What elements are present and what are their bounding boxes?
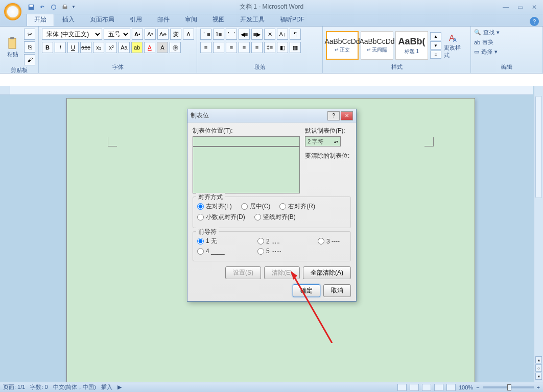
char-shading-button[interactable]: A xyxy=(157,42,168,53)
full-screen-view-icon[interactable] xyxy=(410,384,419,391)
align-right-icon[interactable]: ≡ xyxy=(226,42,237,53)
multilevel-icon[interactable]: ⋮⋮ xyxy=(226,29,237,40)
superscript-button[interactable]: x² xyxy=(106,42,117,53)
bold-button[interactable]: B xyxy=(42,42,53,53)
web-layout-view-icon[interactable] xyxy=(422,384,431,391)
change-case-button[interactable]: Aa xyxy=(119,42,130,53)
default-tab-spinner[interactable]: 2 字符▴▾ xyxy=(305,136,341,146)
replace-button[interactable]: ab替换 xyxy=(474,38,493,46)
asian-layout-icon[interactable]: ✕ xyxy=(264,29,275,40)
tab-references[interactable]: 引用 xyxy=(123,13,149,26)
outline-view-icon[interactable] xyxy=(434,384,443,391)
zoom-level[interactable]: 100% xyxy=(459,384,473,390)
format-painter-icon[interactable]: 🖌 xyxy=(24,54,35,65)
dialog-titlebar[interactable]: 制表位 ? ✕ xyxy=(187,109,356,122)
tab-foxit-pdf[interactable]: 福昕PDF xyxy=(273,13,312,26)
char-border-icon[interactable]: A xyxy=(183,29,194,40)
zoom-slider[interactable] xyxy=(483,386,534,388)
select-button[interactable]: ▭选择 ▾ xyxy=(474,48,498,56)
vertical-scrollbar[interactable]: ▴ ○ ▾ xyxy=(534,86,543,382)
ok-button[interactable]: 确定 xyxy=(293,284,320,297)
status-language[interactable]: 中文(简体，中国) xyxy=(53,383,96,391)
styles-more-icon[interactable]: ≡ xyxy=(430,51,441,59)
strike-button[interactable]: abc xyxy=(80,42,91,53)
dialog-help-icon[interactable]: ? xyxy=(327,111,340,120)
tab-developer[interactable]: 开发工具 xyxy=(233,13,272,26)
align-left-icon[interactable]: ≡ xyxy=(200,42,211,53)
tab-position-input[interactable] xyxy=(193,136,300,146)
scrollbar-thumb[interactable] xyxy=(535,96,542,198)
style-heading-1[interactable]: AaBb( 标题 1 xyxy=(395,31,428,60)
grow-font-icon[interactable]: A▴ xyxy=(132,29,143,40)
underline-button[interactable]: U xyxy=(67,42,79,53)
increase-indent-icon[interactable]: ≡▶ xyxy=(251,29,263,40)
zoom-in-icon[interactable]: + xyxy=(537,384,540,390)
font-name-combo[interactable]: 宋体 (中文正文) xyxy=(42,29,102,40)
font-size-combo[interactable]: 五号 xyxy=(104,29,130,40)
phonetic-icon[interactable]: 変 xyxy=(170,29,181,40)
minimize-button[interactable]: — xyxy=(500,3,511,12)
style-no-spacing[interactable]: AaBbCcDd ↵ 无间隔 xyxy=(361,31,393,60)
show-marks-icon[interactable]: ¶ xyxy=(290,29,301,40)
close-button[interactable]: ✕ xyxy=(529,3,540,12)
align-decimal-radio[interactable]: 小数点对齐(D) xyxy=(197,213,245,222)
save-icon[interactable] xyxy=(27,3,36,12)
numbering-icon[interactable]: 1≡ xyxy=(213,29,224,40)
draft-view-icon[interactable] xyxy=(446,384,456,391)
leader-2-radio[interactable]: 2 ..... xyxy=(257,238,309,245)
status-words[interactable]: 字数: 0 xyxy=(30,383,48,391)
tab-view[interactable]: 视图 xyxy=(205,13,232,26)
next-page-icon[interactable]: ▾ xyxy=(535,373,542,380)
decrease-indent-icon[interactable]: ◀≡ xyxy=(239,29,250,40)
align-bar-radio[interactable]: 竖线对齐(B) xyxy=(254,213,296,222)
distributed-icon[interactable]: ≡ xyxy=(251,42,263,53)
subscript-button[interactable]: x₂ xyxy=(93,42,104,53)
cut-icon[interactable]: ✂ xyxy=(24,29,35,40)
paste-button[interactable]: 粘贴 xyxy=(3,32,22,62)
italic-button[interactable]: I xyxy=(55,42,66,53)
qat-dropdown-icon[interactable]: ▼ xyxy=(72,5,76,9)
office-button[interactable] xyxy=(3,2,22,21)
set-button[interactable]: 设置(S) xyxy=(225,266,261,279)
zoom-out-icon[interactable]: − xyxy=(476,384,479,390)
line-spacing-icon[interactable]: ‡≡ xyxy=(264,42,275,53)
help-icon[interactable]: ? xyxy=(530,17,539,26)
browse-object-icon[interactable]: ○ xyxy=(535,364,542,372)
status-page[interactable]: 页面: 1/1 xyxy=(3,383,25,391)
leader-1-radio[interactable]: 1 无 xyxy=(197,237,248,246)
prev-page-icon[interactable]: ▴ xyxy=(535,356,542,363)
find-button[interactable]: 🔍查找 ▾ xyxy=(474,29,500,36)
cancel-button[interactable]: 取消 xyxy=(323,284,351,297)
tab-insert[interactable]: 插入 xyxy=(55,13,82,26)
tab-mailings[interactable]: 邮件 xyxy=(150,13,177,26)
tab-home[interactable]: 开始 xyxy=(27,13,54,26)
bullets-icon[interactable]: ⋮≡ xyxy=(200,29,211,40)
font-color-button[interactable]: A xyxy=(144,42,155,53)
leader-5-radio[interactable]: 5 ······ xyxy=(257,248,281,255)
enclose-char-button[interactable]: ㊥ xyxy=(170,42,181,53)
borders-icon[interactable]: ▦ xyxy=(290,42,301,53)
tab-page-layout[interactable]: 页面布局 xyxy=(83,13,122,26)
shading-icon[interactable]: ◧ xyxy=(277,42,288,53)
justify-icon[interactable]: ≡ xyxy=(239,42,250,53)
dialog-close-icon[interactable]: ✕ xyxy=(341,111,353,120)
align-left-radio[interactable]: 左对齐(L) xyxy=(197,202,232,211)
leader-4-radio[interactable]: 4 ____ xyxy=(197,248,248,255)
align-center-radio[interactable]: 居中(C) xyxy=(241,202,271,211)
align-right-radio[interactable]: 右对齐(R) xyxy=(279,202,315,211)
clear-button[interactable]: 清除(E) xyxy=(264,266,300,279)
clear-format-icon[interactable]: A℮ xyxy=(157,29,169,40)
tab-review[interactable]: 审阅 xyxy=(178,13,204,26)
status-mode[interactable]: 插入 xyxy=(101,383,112,391)
highlight-button[interactable]: ab xyxy=(131,42,143,53)
print-layout-view-icon[interactable] xyxy=(397,384,407,391)
quick-print-icon[interactable] xyxy=(60,3,69,12)
shrink-font-icon[interactable]: A▾ xyxy=(145,29,156,40)
tab-position-listbox[interactable] xyxy=(193,146,300,193)
maximize-button[interactable]: ▭ xyxy=(514,3,526,12)
horizontal-ruler[interactable] xyxy=(10,86,533,95)
undo-icon[interactable] xyxy=(38,3,47,12)
redo-icon[interactable] xyxy=(49,3,58,12)
styles-down-icon[interactable]: ▼ xyxy=(430,41,441,50)
sort-icon[interactable]: A↓ xyxy=(277,29,288,40)
